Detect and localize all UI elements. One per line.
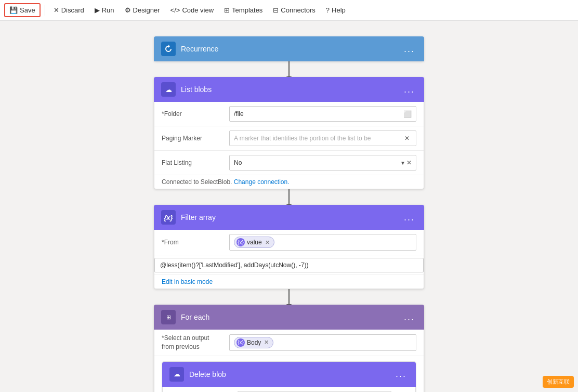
filterarray-formula-row: @less(item()?['LastModified'], addDays(u… <box>154 255 424 275</box>
connectors-button[interactable]: ⊟ Connectors <box>269 4 319 16</box>
designer-icon: ⚙ <box>125 6 131 14</box>
filterarray-title: Filter array <box>181 213 402 221</box>
templates-label: Templates <box>232 6 262 14</box>
canvas-inner: Recurrence ... ☁ List blobs ... *Folder … <box>0 21 578 392</box>
listblobs-status-text: Connected to SelectBlob. <box>162 178 232 186</box>
listblobs-folder-row: *Folder /file ⬜ <box>154 102 424 126</box>
designer-label: Designer <box>133 6 160 14</box>
body-token-label: Body <box>247 339 261 346</box>
body-token-icon: {x} <box>237 338 245 347</box>
templates-icon: ⊞ <box>224 6 230 14</box>
foreach-card: ⊞ For each ... *Select an output from pr… <box>154 305 424 392</box>
filterarray-edit-row: Edit in basic mode <box>154 275 424 289</box>
listblobs-card: ☁ List blobs ... *Folder /file ⬜ Paging … <box>154 77 424 189</box>
deleteblob-nested-card: ☁ Delete blob ... *Blob {x} Path <box>162 361 416 392</box>
filterarray-from-row: *From {x} value ✕ <box>154 230 424 255</box>
flat-field[interactable]: No ▼ ✕ <box>229 155 416 171</box>
from-label: *From <box>162 239 229 246</box>
deleteblob-title: Delete blob <box>189 370 393 378</box>
paging-placeholder: A marker that identifies the portion of … <box>234 135 400 142</box>
arrow-1 <box>288 61 290 77</box>
canvas: Recurrence ... ☁ List blobs ... *Folder … <box>0 21 578 392</box>
deleteblob-body: *Blob {x} Path ✕ ▲ ▼ <box>162 387 416 392</box>
listblobs-paging-row: Paging Marker A marker that identifies t… <box>154 126 424 151</box>
folder-label: *Folder <box>162 110 229 117</box>
listblobs-icon: ☁ <box>161 82 176 97</box>
recurrence-card: Recurrence ... <box>154 36 424 61</box>
deleteblob-icon: ☁ <box>169 367 184 382</box>
flat-value: No <box>234 159 400 166</box>
folder-icon[interactable]: ⬜ <box>403 110 412 118</box>
connectors-icon: ⊟ <box>273 6 279 14</box>
save-label: Save <box>20 6 35 14</box>
filterarray-icon: {x} <box>161 210 176 225</box>
run-button[interactable]: ▶ Run <box>90 4 119 16</box>
select-label: *Select an output from previous <box>162 334 229 351</box>
listblobs-more[interactable]: ... <box>402 84 417 95</box>
recurrence-icon <box>161 42 176 56</box>
foreach-more[interactable]: ... <box>402 312 417 323</box>
folder-field[interactable]: /file ⬜ <box>229 106 416 122</box>
foreach-body: *Select an output from previous {x} Body… <box>154 330 424 392</box>
deleteblob-header[interactable]: ☁ Delete blob ... <box>162 362 416 387</box>
flat-arrow-icon: ▼ <box>400 160 405 166</box>
body-token-remove[interactable]: ✕ <box>264 339 269 346</box>
connectors-label: Connectors <box>281 6 315 14</box>
listblobs-status: Connected to SelectBlob. Change connecti… <box>154 175 424 189</box>
discard-button[interactable]: ✕ Discard <box>49 4 88 16</box>
codeview-label: Code view <box>182 6 214 14</box>
edit-basic-mode-link[interactable]: Edit in basic mode <box>154 275 424 289</box>
filterarray-more[interactable]: ... <box>402 212 417 223</box>
run-label: Run <box>102 6 114 14</box>
save-icon: 💾 <box>9 6 18 14</box>
foreach-title: For each <box>181 313 402 321</box>
listblobs-flat-row: Flat Listing No ▼ ✕ <box>154 151 424 175</box>
formula-bar[interactable]: @less(item()?['LastModified'], addDays(u… <box>154 258 424 272</box>
arrow-3 <box>288 289 290 305</box>
templates-button[interactable]: ⊞ Templates <box>220 4 267 16</box>
filterarray-header[interactable]: {x} Filter array ... <box>154 205 424 230</box>
watermark: 创新互联 <box>543 376 574 388</box>
paging-clear-icon[interactable]: ✕ <box>402 134 412 143</box>
paging-field[interactable]: A marker that identifies the portion of … <box>229 130 416 146</box>
codeview-button[interactable]: </> Code view <box>166 4 218 16</box>
discard-icon: ✕ <box>54 6 59 14</box>
flat-clear-icon[interactable]: ✕ <box>406 159 412 166</box>
separator-1 <box>45 5 45 16</box>
foreach-select-row: *Select an output from previous {x} Body… <box>154 330 424 356</box>
help-icon: ? <box>326 6 330 14</box>
from-field[interactable]: {x} value ✕ <box>229 234 416 251</box>
listblobs-change-connection[interactable]: Change connection. <box>234 178 290 186</box>
help-label: Help <box>332 6 346 14</box>
toolbar: 💾 Save ✕ Discard ▶ Run ⚙ Designer </> Co… <box>0 0 578 21</box>
run-icon: ▶ <box>95 6 100 14</box>
designer-button[interactable]: ⚙ Designer <box>121 4 164 16</box>
listblobs-header[interactable]: ☁ List blobs ... <box>154 77 424 102</box>
listblobs-title: List blobs <box>181 85 402 94</box>
value-token: {x} value ✕ <box>234 237 274 248</box>
recurrence-title: Recurrence <box>181 45 402 53</box>
recurrence-header[interactable]: Recurrence ... <box>154 36 424 61</box>
token-label: value <box>247 239 262 246</box>
save-button[interactable]: 💾 Save <box>4 3 41 17</box>
paging-label: Paging Marker <box>162 135 229 142</box>
token-icon: {x} <box>237 238 245 246</box>
arrow-2 <box>288 189 290 205</box>
help-button[interactable]: ? Help <box>322 4 350 16</box>
deleteblob-blob-row: *Blob {x} Path ✕ ▲ ▼ <box>163 387 415 392</box>
listblobs-body: *Folder /file ⬜ Paging Marker A marker t… <box>154 102 424 189</box>
recurrence-more[interactable]: ... <box>402 44 417 55</box>
deleteblob-more[interactable]: ... <box>393 369 409 380</box>
foreach-header[interactable]: ⊞ For each ... <box>154 305 424 330</box>
foreach-icon: ⊞ <box>161 310 176 324</box>
token-remove[interactable]: ✕ <box>265 239 270 246</box>
flat-label: Flat Listing <box>162 159 229 166</box>
watermark-text: 创新互联 <box>547 378 570 385</box>
body-token: {x} Body ✕ <box>234 337 273 348</box>
filterarray-body: *From {x} value ✕ @less(item()?['LastMod… <box>154 230 424 289</box>
select-field[interactable]: {x} Body ✕ <box>229 334 416 351</box>
folder-value: /file <box>234 110 403 117</box>
filterarray-card: {x} Filter array ... *From {x} value ✕ <box>154 205 424 289</box>
discard-label: Discard <box>61 6 84 14</box>
codeview-icon: </> <box>170 6 180 14</box>
